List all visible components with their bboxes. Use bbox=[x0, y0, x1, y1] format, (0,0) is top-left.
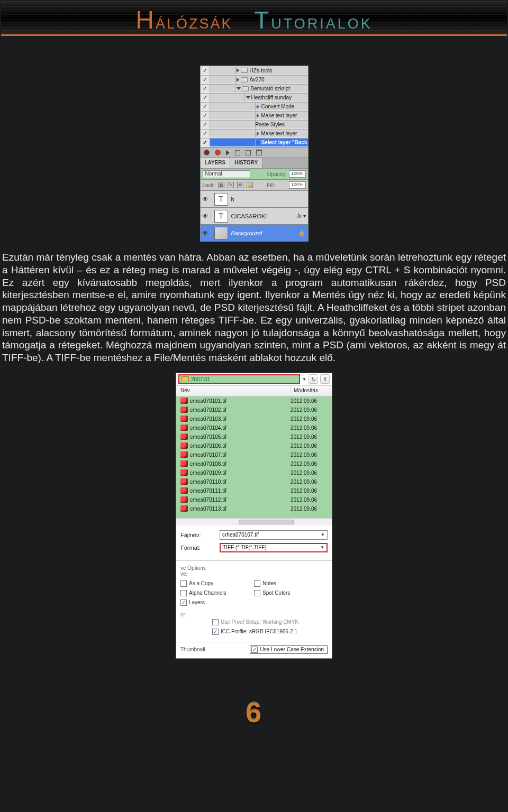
action-row[interactable]: ✓Paste Styles bbox=[201, 120, 308, 129]
fill-value[interactable]: 100% bbox=[289, 181, 306, 189]
action-checkbox[interactable]: ✓ bbox=[201, 121, 210, 128]
file-row[interactable]: crhea070110.tif2012.09.06 bbox=[176, 477, 332, 486]
action-checkbox[interactable]: ✓ bbox=[201, 130, 210, 137]
action-row[interactable]: ✓Av270 bbox=[201, 75, 308, 84]
opacity-label: Opacity: bbox=[267, 171, 287, 177]
checkbox-alpha[interactable] bbox=[180, 590, 187, 596]
horizontal-scrollbar[interactable] bbox=[176, 518, 332, 525]
layer-row[interactable]: 👁Background🔒 bbox=[201, 224, 308, 241]
action-row[interactable]: ✓Select layer "Back… bbox=[201, 138, 308, 147]
tab-history[interactable]: HISTORY bbox=[230, 158, 262, 168]
tab-layers[interactable]: LAYERS bbox=[201, 158, 231, 168]
action-row[interactable]: ✓HZs-tools bbox=[201, 66, 308, 75]
indent-spacer bbox=[210, 66, 235, 75]
filename-input[interactable]: crhea070107.tif ▼ bbox=[220, 530, 328, 540]
file-date: 2012.09.06 bbox=[291, 407, 332, 413]
visibility-eye-icon[interactable]: 👁 bbox=[201, 196, 211, 203]
actions-dock bbox=[201, 147, 308, 158]
layer-row[interactable]: 👁Th bbox=[201, 190, 308, 207]
disclosure-triangle-icon[interactable] bbox=[237, 68, 239, 72]
format-select[interactable]: TIFF (*.TIF;*.TIFF) ▼ bbox=[220, 543, 328, 552]
layer-thumbnail: T bbox=[214, 193, 228, 206]
file-row[interactable]: crhea070113.tif2012.09.06 bbox=[176, 504, 332, 513]
action-row[interactable]: ✓Convert Mode bbox=[201, 102, 308, 111]
new-action-icon[interactable] bbox=[246, 150, 251, 155]
layer-name: Background bbox=[231, 230, 298, 236]
dropdown-icon[interactable]: ▼ bbox=[320, 545, 324, 550]
step-play-icon bbox=[257, 141, 259, 145]
visibility-eye-icon[interactable]: 👁 bbox=[201, 213, 211, 220]
file-row[interactable]: crhea070112.tif2012.09.06 bbox=[176, 495, 332, 504]
visibility-eye-icon[interactable]: 👁 bbox=[201, 229, 211, 237]
action-checkbox[interactable]: ✓ bbox=[201, 85, 210, 93]
lock-transparent-icon[interactable]: ▦ bbox=[218, 182, 224, 188]
file-list[interactable]: crhea070101.tif2012.09.06crhea070102.tif… bbox=[176, 396, 332, 518]
file-row[interactable]: crhea070111.tif2012.09.06 bbox=[176, 486, 332, 495]
stop-icon[interactable] bbox=[204, 150, 210, 155]
disclosure-triangle-icon[interactable] bbox=[237, 87, 241, 90]
action-checkbox[interactable]: ✓ bbox=[201, 94, 210, 102]
action-row[interactable]: ✓Heathcliff sunday bbox=[201, 93, 308, 102]
file-row[interactable]: crhea070103.tif2012.09.06 bbox=[176, 414, 332, 423]
checkbox-icc[interactable] bbox=[212, 629, 219, 635]
file-row[interactable]: crhea070107.tif2012.09.06 bbox=[176, 450, 332, 459]
up-folder-button[interactable]: ⇧ bbox=[320, 374, 330, 384]
action-checkbox[interactable]: ✓ bbox=[201, 76, 210, 84]
action-label: Paste Styles bbox=[256, 122, 308, 127]
layer-row[interactable]: 👁TCICASAROK!fx ▾ bbox=[201, 207, 308, 224]
checkbox-layers[interactable] bbox=[180, 599, 187, 606]
action-checkbox[interactable]: ✓ bbox=[201, 112, 210, 119]
refresh-button[interactable]: ↻ bbox=[309, 374, 318, 384]
lowercase-extension-option[interactable]: Use Lower Case Extension bbox=[250, 645, 328, 654]
action-checkbox[interactable]: ✓ bbox=[201, 139, 210, 146]
disclosure-triangle-icon[interactable] bbox=[246, 96, 250, 99]
checkbox-notes[interactable] bbox=[254, 580, 260, 587]
path-field[interactable]: 2007.01 bbox=[178, 374, 300, 384]
checkbox-spot[interactable] bbox=[254, 590, 260, 596]
photoshop-actions-panel: ✓HZs-tools✓Av270✓Bemutató szkript✓Heathc… bbox=[200, 66, 309, 242]
disclosure-triangle-icon[interactable] bbox=[237, 78, 239, 82]
action-row[interactable]: ✓Bemutató szkript bbox=[201, 84, 308, 93]
folder-icon bbox=[182, 376, 189, 382]
trash-icon[interactable] bbox=[256, 150, 262, 155]
file-row[interactable]: crhea070106.tif2012.09.06 bbox=[176, 441, 332, 450]
lock-pixels-icon[interactable]: ✎ bbox=[228, 182, 234, 188]
file-date: 2012.09.06 bbox=[291, 434, 332, 440]
file-row[interactable]: crhea070105.tif2012.09.06 bbox=[176, 432, 332, 441]
file-name: crhea070107.tif bbox=[190, 452, 291, 458]
action-row[interactable]: ✓Make text layer bbox=[201, 111, 308, 120]
file-date: 2012.09.06 bbox=[291, 398, 332, 404]
file-row[interactable]: crhea070104.tif2012.09.06 bbox=[176, 423, 332, 432]
action-checkbox[interactable]: ✓ bbox=[201, 103, 210, 110]
file-date: 2012.09.06 bbox=[291, 425, 332, 431]
file-row[interactable]: crhea070101.tif2012.09.06 bbox=[176, 396, 332, 405]
fill-label: Fill: bbox=[267, 182, 275, 188]
record-icon[interactable] bbox=[215, 150, 221, 155]
layer-thumbnail: T bbox=[214, 210, 228, 223]
file-row[interactable]: crhea070109.tif2012.09.06 bbox=[176, 468, 332, 477]
action-row[interactable]: ✓Make text layer bbox=[201, 129, 308, 138]
new-set-icon[interactable] bbox=[235, 150, 240, 155]
path-dropdown-icon[interactable]: ▼ bbox=[302, 377, 306, 382]
file-date: 2012.09.06 bbox=[291, 452, 332, 458]
opacity-value[interactable]: 100% bbox=[289, 170, 306, 178]
lock-position-icon[interactable]: ✥ bbox=[237, 182, 243, 188]
dropdown-icon[interactable]: ▼ bbox=[321, 532, 325, 537]
folder-icon bbox=[241, 77, 248, 82]
title-word2-rest: utorialok bbox=[271, 11, 373, 33]
file-row[interactable]: crhea070102.tif2012.09.06 bbox=[176, 405, 332, 414]
action-label: Make text layer bbox=[261, 113, 308, 118]
file-row[interactable]: crhea070108.tif2012.09.06 bbox=[176, 459, 332, 468]
action-checkbox[interactable]: ✓ bbox=[201, 66, 210, 75]
header-modified[interactable]: Módosítás bbox=[291, 386, 332, 396]
blend-mode-select[interactable]: Normal bbox=[203, 170, 250, 178]
file-name: crhea070110.tif bbox=[190, 479, 291, 485]
play-icon[interactable] bbox=[226, 150, 230, 155]
lock-all-icon[interactable]: 🔒 bbox=[247, 182, 253, 188]
header-name[interactable]: Név bbox=[176, 386, 291, 396]
checkbox-as-copy[interactable] bbox=[180, 580, 187, 587]
checkbox-lowercase[interactable] bbox=[251, 647, 258, 653]
fx-badge[interactable]: fx ▾ bbox=[297, 213, 306, 219]
layer-thumbnail bbox=[214, 227, 228, 239]
checkbox-proof[interactable] bbox=[212, 619, 219, 625]
